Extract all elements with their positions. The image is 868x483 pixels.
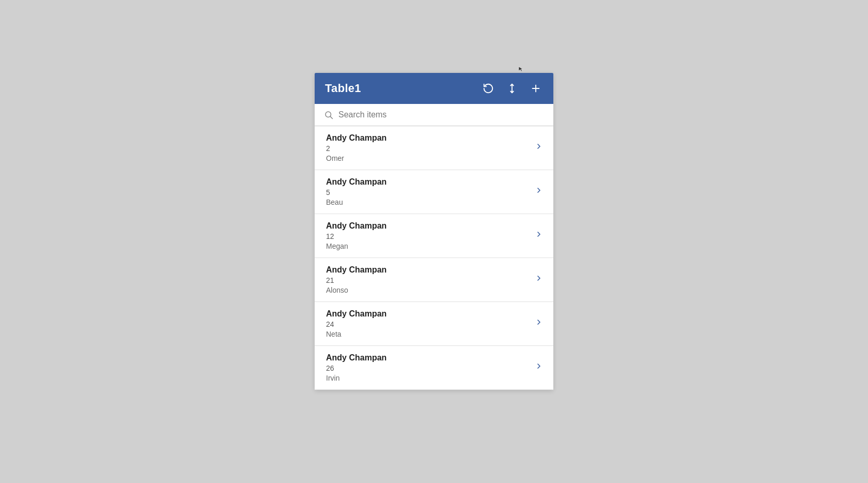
item-sub: Neta — [326, 330, 386, 338]
item-sub: Alonso — [326, 286, 386, 294]
item-number: 2 — [326, 144, 386, 153]
sort-icon — [506, 83, 518, 94]
refresh-icon — [483, 83, 494, 94]
app-container: Table1 — [315, 73, 553, 390]
list-item[interactable]: Andy Champan 12 Megan — [315, 214, 553, 258]
cursor — [518, 66, 524, 72]
item-number: 26 — [326, 364, 386, 372]
header: Table1 — [315, 73, 553, 104]
item-name: Andy Champan — [326, 221, 386, 231]
item-name: Andy Champan — [326, 265, 386, 275]
chevron-right-icon — [535, 318, 543, 329]
item-number: 21 — [326, 276, 386, 284]
item-content: Andy Champan 5 Beau — [326, 177, 386, 206]
add-button[interactable] — [529, 81, 543, 96]
refresh-button[interactable] — [481, 81, 495, 96]
item-number: 12 — [326, 232, 386, 240]
item-content: Andy Champan 21 Alonso — [326, 265, 386, 294]
chevron-right-icon — [535, 142, 543, 153]
item-content: Andy Champan 24 Neta — [326, 309, 386, 338]
item-content: Andy Champan 12 Megan — [326, 221, 386, 250]
list-item[interactable]: Andy Champan 21 Alonso — [315, 258, 553, 302]
list-container: Andy Champan 2 Omer Andy Champan 5 Beau … — [315, 126, 553, 390]
search-input[interactable] — [338, 110, 544, 119]
item-number: 24 — [326, 320, 386, 328]
list-item[interactable]: Andy Champan 2 Omer — [315, 126, 553, 170]
item-name: Andy Champan — [326, 309, 386, 319]
item-number: 5 — [326, 188, 386, 197]
item-sub: Omer — [326, 154, 386, 162]
list-item[interactable]: Andy Champan 24 Neta — [315, 302, 553, 346]
chevron-right-icon — [535, 274, 543, 285]
header-title: Table1 — [325, 82, 361, 95]
chevron-right-icon — [535, 186, 543, 197]
item-sub: Beau — [326, 198, 386, 206]
add-icon — [530, 83, 541, 94]
list-item[interactable]: Andy Champan 5 Beau — [315, 170, 553, 214]
chevron-right-icon — [535, 230, 543, 241]
search-bar — [315, 104, 553, 126]
list-item[interactable]: Andy Champan 26 Irvin — [315, 346, 553, 390]
item-content: Andy Champan 2 Omer — [326, 133, 386, 162]
item-name: Andy Champan — [326, 177, 386, 187]
item-name: Andy Champan — [326, 353, 386, 363]
header-actions — [481, 81, 543, 96]
item-content: Andy Champan 26 Irvin — [326, 353, 386, 382]
svg-line-4 — [330, 116, 332, 118]
search-icon — [324, 110, 333, 119]
chevron-right-icon — [535, 362, 543, 373]
item-sub: Irvin — [326, 374, 386, 382]
item-sub: Megan — [326, 242, 386, 250]
sort-button[interactable] — [505, 81, 519, 96]
item-name: Andy Champan — [326, 133, 386, 143]
